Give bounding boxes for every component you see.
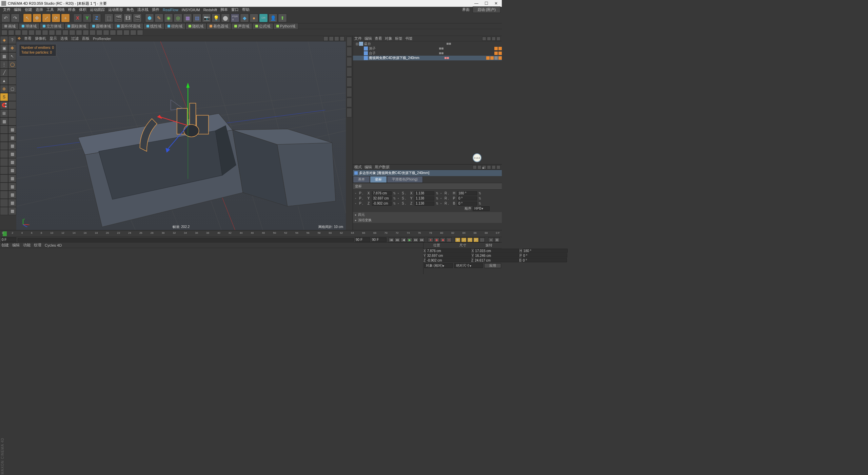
tl-pos-icon[interactable]: ✥ — [455, 238, 460, 242]
tl-goto-start[interactable]: ⏮ — [389, 238, 394, 242]
viewport-3d[interactable]: Number of emitters: 0 Total live particl… — [16, 41, 346, 230]
pal-tool[interactable]: ▦ — [8, 191, 16, 199]
close-button[interactable]: ✕ — [494, 1, 498, 6]
rtool[interactable] — [347, 67, 352, 77]
pal-tool[interactable]: ▦ — [8, 134, 16, 142]
pal-tool[interactable] — [0, 158, 8, 166]
field-tab[interactable]: 着色器域 — [206, 23, 231, 30]
rot-order-select[interactable]: HPB ▾ — [473, 206, 490, 211]
cm-apply-button[interactable]: 应用 — [484, 263, 501, 268]
pal-tool[interactable]: ▦ — [8, 166, 16, 174]
stool[interactable] — [22, 30, 28, 35]
deformer-button[interactable]: ▦ — [183, 14, 192, 22]
tl-scale-icon[interactable]: ⤢ — [461, 238, 467, 242]
menu-edit[interactable]: 编辑 — [12, 7, 23, 12]
tool-b[interactable]: ● — [250, 14, 258, 22]
field-tab[interactable]: Python域 — [273, 23, 298, 30]
am-nav[interactable] — [487, 165, 491, 169]
menu-mesh[interactable]: 网格 — [56, 7, 66, 12]
vpmenu-panel[interactable]: 面板 — [82, 36, 90, 41]
pal-tool[interactable] — [8, 117, 16, 126]
stool[interactable] — [1, 30, 7, 35]
scene-button[interactable]: ⬤ — [221, 14, 230, 22]
render-pict-button[interactable]: 🎞 — [123, 14, 132, 22]
am-mode[interactable]: 模式 — [354, 165, 362, 170]
rtool[interactable] — [347, 98, 352, 107]
stool[interactable] — [69, 30, 75, 35]
field-tab[interactable]: 圆锥体域 — [89, 23, 114, 30]
stool[interactable] — [123, 30, 130, 35]
mat-tex[interactable]: 纹理 — [34, 243, 41, 248]
om-file[interactable]: 文件 — [354, 36, 362, 41]
stool[interactable] — [137, 30, 143, 35]
move-tool[interactable]: ✥ — [33, 14, 41, 22]
attr-quat-section[interactable]: 四元 — [353, 212, 502, 217]
tl-opt[interactable]: ⊞ — [494, 238, 500, 242]
rtool[interactable] — [347, 108, 352, 117]
field-tab[interactable]: 立方体域 — [40, 23, 64, 30]
cm-rp[interactable] — [522, 253, 567, 258]
pal-tool[interactable] — [0, 207, 8, 215]
field-tab[interactable]: 球体域 — [19, 23, 40, 30]
generator2-button[interactable]: ◎ — [174, 14, 182, 22]
scale-y-input[interactable] — [415, 196, 434, 201]
attr-tab-basic[interactable]: 基本 — [353, 176, 370, 183]
cm-mode-select[interactable]: 对象 (相对) ▾ — [424, 263, 453, 268]
tl-play-back[interactable]: ◀ — [401, 238, 406, 242]
scale-z-input[interactable] — [415, 202, 434, 206]
pal-point[interactable]: ⋮ — [0, 60, 8, 69]
pal-tool[interactable] — [8, 77, 16, 85]
pal-tool[interactable] — [0, 166, 8, 174]
recent-tool[interactable]: + — [61, 14, 70, 22]
pal-tex[interactable]: ▦ — [0, 52, 8, 60]
spline-button[interactable]: ✎ — [155, 14, 163, 22]
stool[interactable] — [103, 30, 109, 35]
menu-mograph[interactable]: 运动图形 — [106, 7, 125, 12]
stool[interactable] — [96, 30, 102, 35]
pal-tool[interactable]: ▦ — [8, 183, 16, 191]
attr-tab-coord[interactable]: 坐标 — [370, 176, 387, 183]
menu-select[interactable]: 选择 — [34, 7, 45, 12]
vpmenu-filter[interactable]: 过滤 — [71, 36, 79, 41]
stool[interactable] — [90, 30, 96, 35]
cm-px[interactable] — [426, 249, 471, 253]
menu-plugins[interactable]: 插件 — [150, 7, 161, 12]
tool-d[interactable]: 👤 — [269, 14, 277, 22]
cm-rb[interactable] — [522, 258, 567, 262]
om-icon[interactable] — [492, 37, 496, 41]
pos-z-input[interactable] — [372, 202, 392, 206]
pal-tool[interactable] — [0, 174, 8, 183]
light-button[interactable]: 💡 — [212, 14, 220, 22]
pal-lasso[interactable]: ◯ — [8, 60, 16, 69]
pal-tool[interactable] — [8, 93, 16, 101]
menu-create[interactable]: 创建 — [23, 7, 34, 12]
select-tool[interactable]: ↖ — [23, 14, 32, 22]
axis-x-toggle[interactable]: X — [73, 14, 82, 22]
vpmenu-options[interactable]: 选项 — [60, 36, 68, 41]
vp-nav-icon[interactable] — [329, 36, 334, 41]
om-bookmarks[interactable]: 书签 — [405, 36, 413, 41]
cm-rh[interactable] — [522, 249, 568, 253]
pal-tool[interactable] — [8, 101, 16, 109]
pal-tool[interactable]: ▦ — [8, 158, 16, 166]
menu-character[interactable]: 角色 — [125, 7, 136, 12]
stool[interactable] — [15, 30, 21, 35]
mat-cycles[interactable]: Cycles 4D — [45, 243, 62, 247]
pal-poly[interactable]: ▲ — [0, 77, 8, 85]
pal-axis[interactable]: ⊕ — [0, 85, 8, 93]
pal-tool[interactable] — [0, 150, 8, 158]
environment-button[interactable]: ▤ — [193, 14, 201, 22]
stool[interactable] — [28, 30, 35, 35]
rtool[interactable] — [347, 88, 352, 97]
primitive-button[interactable]: ⬢ — [145, 14, 154, 22]
rtool[interactable] — [347, 47, 352, 56]
am-nav[interactable] — [492, 165, 496, 169]
am-edit[interactable]: 编辑 — [364, 165, 372, 170]
vpmenu-handle[interactable]: ✥ — [18, 36, 21, 41]
axis-y-toggle[interactable]: Y — [83, 14, 92, 22]
tl-step-back[interactable]: ⏭ — [395, 238, 400, 242]
menu-pipeline[interactable]: 流水线 — [136, 7, 150, 12]
timeline-ruler[interactable]: 0246810121416182022242628303234363840424… — [0, 230, 502, 237]
cm-sx[interactable] — [474, 249, 519, 253]
pal-tool[interactable] — [0, 183, 8, 191]
